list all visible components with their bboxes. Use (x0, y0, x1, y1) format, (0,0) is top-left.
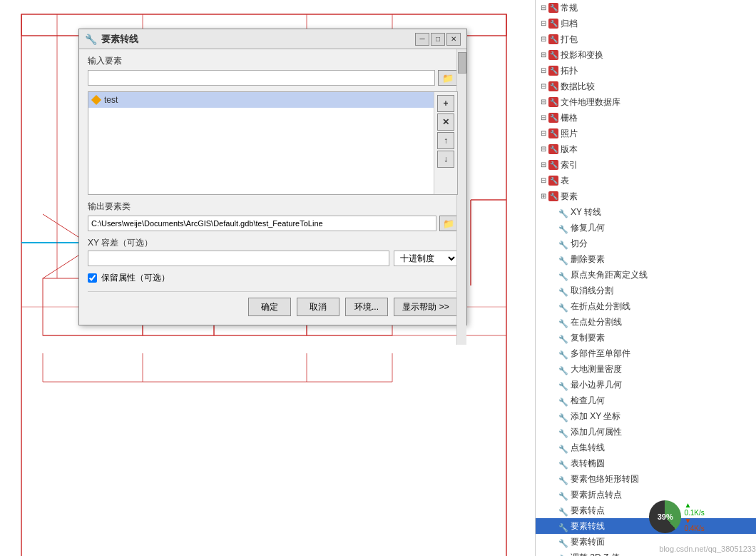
preserve-attributes-checkbox[interactable] (88, 273, 97, 283)
browse-input-button[interactable]: 📁 (438, 70, 458, 86)
tree-item-label: 添加几何属性 (571, 425, 622, 438)
tree-item[interactable]: 🔧要素包络矩形转圆 (536, 471, 756, 487)
down-arrow: ▼ (684, 517, 691, 525)
input-row: 📁 (88, 70, 458, 86)
tree-item[interactable]: ⊟🔧打包 (536, 31, 756, 47)
tree-item[interactable]: 🔧原点夹角距离定义线 (536, 267, 756, 283)
list-item-name: test (104, 95, 118, 105)
tree-item[interactable]: ⊞🔧要素 (536, 188, 756, 204)
tree-item-label: 要素转线 (571, 520, 605, 532)
tree-item[interactable]: 🔧最小边界几何 (536, 377, 756, 393)
tree-item[interactable]: 🔧删除要素 (536, 251, 756, 267)
tree-item-label: 添加 XY 坐标 (571, 410, 620, 423)
tree-item-label: 复制要素 (571, 331, 605, 344)
tree-item[interactable]: ⊟🔧投影和变换 (536, 47, 756, 63)
dialog-controls: ─ □ ✕ (415, 33, 461, 46)
tree-item-label: 投影和变换 (561, 49, 603, 61)
tree-item[interactable]: ⊟🔧表 (536, 173, 756, 188)
output-section-label: 输出要素类 (88, 201, 458, 213)
tree-expand-icon: ⊟ (538, 80, 548, 93)
wrench-icon: 🔧 (558, 537, 568, 547)
tree-item-label: 取消线分割 (571, 284, 613, 297)
tree-item[interactable]: 🔧要素转点 (536, 502, 756, 518)
remove-item-button[interactable]: ✕ (437, 113, 454, 131)
tree-item[interactable]: 🔧复制要素 (536, 330, 756, 345)
tree-item[interactable]: 🔧XY 转线 (536, 204, 756, 220)
toolbox-icon: 🔧 (548, 97, 558, 107)
tree-expand-icon: ⊟ (538, 111, 548, 124)
wrench-icon: 🔧 (558, 270, 568, 280)
tree-item[interactable]: ⊟🔧照片 (536, 126, 756, 141)
minimize-button[interactable]: ─ (415, 33, 429, 46)
tree-item[interactable]: 🔧点集转线 (536, 440, 756, 455)
preserve-attributes-label[interactable]: 保留属性（可选） (101, 272, 170, 284)
tree-item[interactable]: ⊟🔧数据比较 (536, 79, 756, 94)
wrench-icon: 🔧 (558, 238, 568, 248)
close-button[interactable]: ✕ (446, 33, 461, 46)
tree-item-label: 检查几何 (571, 394, 605, 407)
tree-item-label: 修复几何 (571, 221, 605, 234)
tree-item[interactable]: ⊟🔧版本 (536, 141, 756, 157)
toolbox-icon: 🔧 (548, 191, 558, 201)
dialog-feature-to-line: 🔧 要素转线 ─ □ ✕ 输入要素 📁 test + ✕ (78, 29, 467, 325)
tree-item-label: 调整 3D Z 值 (571, 551, 620, 556)
tree-expand-icon: ⊟ (538, 64, 548, 77)
tree-item[interactable]: 🔧切分 (536, 236, 756, 251)
xy-input-field[interactable] (88, 251, 389, 266)
tree-expand-icon: ⊟ (538, 1, 548, 14)
cancel-button[interactable]: 取消 (297, 298, 339, 316)
browse-output-button[interactable]: 📁 (439, 216, 458, 231)
wrench-icon: 🔧 (558, 411, 568, 421)
tree-item[interactable]: ⊟🔧拓扑 (536, 63, 756, 79)
wrench-icon: 🔧 (558, 317, 568, 327)
toolbox-icon: 🔧 (548, 144, 558, 154)
move-down-button[interactable]: ↓ (437, 151, 454, 168)
tree-item[interactable]: 🔧检查几何 (536, 393, 756, 408)
output-section: 输出要素类 📁 (88, 201, 458, 231)
output-path-field[interactable] (88, 216, 436, 231)
tree-item[interactable]: 🔧在折点处分割线 (536, 298, 756, 314)
tree-item[interactable]: 🔧取消线分割 (536, 283, 756, 298)
wrench-icon: 🔧 (558, 364, 568, 374)
tree-item[interactable]: 🔧表转椭圆 (536, 455, 756, 471)
wrench-icon: 🔧 (558, 474, 568, 484)
add-item-button[interactable]: + (437, 95, 454, 112)
tree-item[interactable]: 🔧添加几何属性 (536, 424, 756, 440)
tree-item[interactable]: 🔧添加 XY 坐标 (536, 408, 756, 424)
wrench-icon: 🔧 (558, 301, 568, 311)
environment-button[interactable]: 环境... (345, 298, 388, 316)
help-button[interactable]: 显示帮助 >> (394, 298, 458, 316)
ok-button[interactable]: 确定 (248, 298, 291, 316)
tree-item[interactable]: 🔧多部件至单部件 (536, 345, 756, 361)
tree-item[interactable]: ⊟🔧文件地理数据库 (536, 94, 756, 110)
tree-item-label: 要素转点 (571, 504, 605, 517)
tree-item[interactable]: ⊟🔧常规 (536, 0, 756, 16)
tree-item[interactable]: ⊟🔧索引 (536, 157, 756, 173)
tree-expand-icon: ⊟ (538, 174, 548, 187)
toolbox-icon: 🔧 (548, 19, 558, 29)
tree-item[interactable]: 🔧要素转线 (536, 518, 756, 534)
maximize-button[interactable]: □ (431, 33, 445, 46)
tree-item-label: 在点处分割线 (571, 315, 622, 328)
toolbox-icon: 🔧 (548, 128, 558, 138)
list-item[interactable]: test (88, 92, 434, 108)
tree-item[interactable]: ⊟🔧归档 (536, 16, 756, 31)
wrench-icon: 🔧 (558, 254, 568, 264)
dialog-content: 输入要素 📁 test + ✕ ↑ ↓ 输出要素类 (79, 49, 466, 325)
xy-label: XY 容差（可选） (88, 237, 153, 249)
tree-item[interactable]: 🔧在点处分割线 (536, 314, 756, 330)
tree-item[interactable]: 🔧要素折点转点 (536, 487, 756, 502)
input-field[interactable] (88, 70, 435, 86)
list-area: test (88, 92, 434, 194)
move-up-button[interactable]: ↑ (437, 132, 454, 149)
tree-item[interactable]: 🔧修复几何 (536, 220, 756, 236)
tree-item[interactable]: 🔧大地测量密度 (536, 361, 756, 377)
speed-up: ▲ 0.1K/s (684, 501, 713, 517)
wrench-icon: 🔧 (558, 207, 568, 217)
toolbox-icon: 🔧 (548, 66, 558, 76)
dialog-scrollbar[interactable] (456, 49, 466, 345)
scrollbar-thumb (458, 52, 466, 74)
tree-item[interactable]: ⊟🔧栅格 (536, 110, 756, 126)
decimal-select[interactable]: 十进制度度分秒弧度百分度 (394, 251, 458, 266)
tree-item-label: 要素 (561, 190, 578, 203)
